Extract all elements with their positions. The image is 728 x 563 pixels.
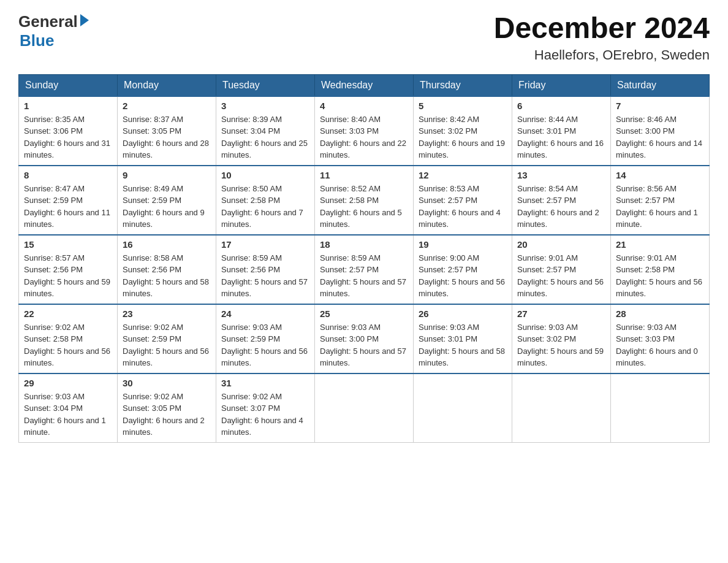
day-cell: 11Sunrise: 8:52 AMSunset: 2:58 PMDayligh… [315,166,414,235]
day-number: 28 [616,308,704,319]
day-info: Sunrise: 8:56 AMSunset: 2:57 PMDaylight:… [616,183,704,231]
day-cell: 4Sunrise: 8:40 AMSunset: 3:03 PMDaylight… [315,96,414,166]
day-number: 4 [320,101,408,111]
day-info: Sunrise: 8:52 AMSunset: 2:58 PMDaylight:… [320,183,408,231]
day-info: Sunrise: 8:58 AMSunset: 2:56 PMDaylight:… [123,252,211,300]
day-cell: 21Sunrise: 9:01 AMSunset: 2:58 PMDayligh… [611,235,710,304]
day-info: Sunrise: 8:54 AMSunset: 2:57 PMDaylight:… [517,183,605,231]
day-number: 11 [320,170,408,180]
day-number: 22 [24,308,112,319]
day-info: Sunrise: 8:50 AMSunset: 2:58 PMDaylight:… [221,183,309,231]
day-number: 29 [24,378,112,388]
title-section: December 2024 Haellefors, OErebro, Swede… [494,12,710,63]
day-info: Sunrise: 9:02 AMSunset: 3:05 PMDaylight:… [123,391,211,439]
calendar-table: SundayMondayTuesdayWednesdayThursdayFrid… [18,74,710,443]
logo-general-text: General [18,12,78,31]
day-cell: 14Sunrise: 8:56 AMSunset: 2:57 PMDayligh… [611,166,710,235]
day-number: 30 [123,378,211,388]
day-number: 9 [123,170,211,180]
day-info: Sunrise: 8:57 AMSunset: 2:56 PMDaylight:… [24,252,112,300]
day-cell: 9Sunrise: 8:49 AMSunset: 2:59 PMDaylight… [118,166,216,235]
day-info: Sunrise: 8:42 AMSunset: 3:02 PMDaylight:… [419,113,507,161]
day-cell [512,373,611,443]
day-cell: 18Sunrise: 8:59 AMSunset: 2:57 PMDayligh… [315,235,414,304]
day-cell: 16Sunrise: 8:58 AMSunset: 2:56 PMDayligh… [118,235,216,304]
day-cell: 15Sunrise: 8:57 AMSunset: 2:56 PMDayligh… [19,235,118,304]
day-number: 31 [221,378,309,388]
week-row-1: 1Sunrise: 8:35 AMSunset: 3:06 PMDaylight… [19,96,710,166]
location-title: Haellefors, OErebro, Sweden [494,47,710,63]
day-cell: 13Sunrise: 8:54 AMSunset: 2:57 PMDayligh… [512,166,611,235]
day-cell: 28Sunrise: 9:03 AMSunset: 3:03 PMDayligh… [611,304,710,373]
day-number: 21 [616,239,704,250]
day-cell: 22Sunrise: 9:02 AMSunset: 2:58 PMDayligh… [19,304,118,373]
day-info: Sunrise: 8:40 AMSunset: 3:03 PMDaylight:… [320,113,408,161]
day-number: 20 [517,239,605,250]
day-info: Sunrise: 9:02 AMSunset: 2:59 PMDaylight:… [123,321,211,369]
day-cell: 17Sunrise: 8:59 AMSunset: 2:56 PMDayligh… [216,235,315,304]
header-row: SundayMondayTuesdayWednesdayThursdayFrid… [19,74,710,96]
day-info: Sunrise: 9:01 AMSunset: 2:58 PMDaylight:… [616,252,704,300]
calendar-header: SundayMondayTuesdayWednesdayThursdayFrid… [19,74,710,96]
header-cell-monday: Monday [118,74,216,96]
day-cell: 26Sunrise: 9:03 AMSunset: 3:01 PMDayligh… [414,304,512,373]
day-number: 15 [24,239,112,250]
day-number: 14 [616,170,704,180]
day-info: Sunrise: 9:03 AMSunset: 2:59 PMDaylight:… [221,321,309,369]
day-info: Sunrise: 8:53 AMSunset: 2:57 PMDaylight:… [419,183,507,231]
day-info: Sunrise: 8:47 AMSunset: 2:59 PMDaylight:… [24,183,112,231]
day-cell: 20Sunrise: 9:01 AMSunset: 2:57 PMDayligh… [512,235,611,304]
header-cell-saturday: Saturday [611,74,710,96]
day-cell: 24Sunrise: 9:03 AMSunset: 2:59 PMDayligh… [216,304,315,373]
day-number: 27 [517,308,605,319]
header-cell-friday: Friday [512,74,611,96]
day-number: 16 [123,239,211,250]
page-header: General Blue December 2024 Haellefors, O… [18,12,710,63]
week-row-3: 15Sunrise: 8:57 AMSunset: 2:56 PMDayligh… [19,235,710,304]
day-info: Sunrise: 8:59 AMSunset: 2:56 PMDaylight:… [221,252,309,300]
day-cell: 1Sunrise: 8:35 AMSunset: 3:06 PMDaylight… [19,96,118,166]
day-number: 6 [517,101,605,111]
day-cell: 29Sunrise: 9:03 AMSunset: 3:04 PMDayligh… [19,373,118,443]
day-number: 1 [24,101,112,111]
day-number: 13 [517,170,605,180]
day-info: Sunrise: 9:03 AMSunset: 3:03 PMDaylight:… [616,321,704,369]
header-cell-sunday: Sunday [19,74,118,96]
logo-blue-text: Blue [18,31,89,50]
day-number: 19 [419,239,507,250]
header-cell-wednesday: Wednesday [315,74,414,96]
day-number: 24 [221,308,309,319]
day-cell: 23Sunrise: 9:02 AMSunset: 2:59 PMDayligh… [118,304,216,373]
day-cell: 19Sunrise: 9:00 AMSunset: 2:57 PMDayligh… [414,235,512,304]
day-info: Sunrise: 9:02 AMSunset: 2:58 PMDaylight:… [24,321,112,369]
day-cell [315,373,414,443]
day-number: 18 [320,239,408,250]
day-cell: 31Sunrise: 9:02 AMSunset: 3:07 PMDayligh… [216,373,315,443]
day-cell: 27Sunrise: 9:03 AMSunset: 3:02 PMDayligh… [512,304,611,373]
day-cell: 7Sunrise: 8:46 AMSunset: 3:00 PMDaylight… [611,96,710,166]
day-number: 17 [221,239,309,250]
day-number: 25 [320,308,408,319]
logo-arrow-icon [80,14,89,26]
day-cell: 10Sunrise: 8:50 AMSunset: 2:58 PMDayligh… [216,166,315,235]
week-row-5: 29Sunrise: 9:03 AMSunset: 3:04 PMDayligh… [19,373,710,443]
day-info: Sunrise: 8:46 AMSunset: 3:00 PMDaylight:… [616,113,704,161]
week-row-4: 22Sunrise: 9:02 AMSunset: 2:58 PMDayligh… [19,304,710,373]
day-info: Sunrise: 8:49 AMSunset: 2:59 PMDaylight:… [123,183,211,231]
calendar-body: 1Sunrise: 8:35 AMSunset: 3:06 PMDaylight… [19,96,710,443]
day-cell: 8Sunrise: 8:47 AMSunset: 2:59 PMDaylight… [19,166,118,235]
day-number: 2 [123,101,211,111]
logo: General Blue [18,12,89,50]
day-number: 7 [616,101,704,111]
day-info: Sunrise: 9:03 AMSunset: 3:00 PMDaylight:… [320,321,408,369]
day-number: 26 [419,308,507,319]
month-title: December 2024 [494,12,710,45]
day-info: Sunrise: 9:03 AMSunset: 3:02 PMDaylight:… [517,321,605,369]
day-number: 12 [419,170,507,180]
day-number: 8 [24,170,112,180]
day-cell: 25Sunrise: 9:03 AMSunset: 3:00 PMDayligh… [315,304,414,373]
day-info: Sunrise: 9:02 AMSunset: 3:07 PMDaylight:… [221,391,309,439]
day-info: Sunrise: 9:03 AMSunset: 3:01 PMDaylight:… [419,321,507,369]
day-info: Sunrise: 8:35 AMSunset: 3:06 PMDaylight:… [24,113,112,161]
day-info: Sunrise: 8:37 AMSunset: 3:05 PMDaylight:… [123,113,211,161]
